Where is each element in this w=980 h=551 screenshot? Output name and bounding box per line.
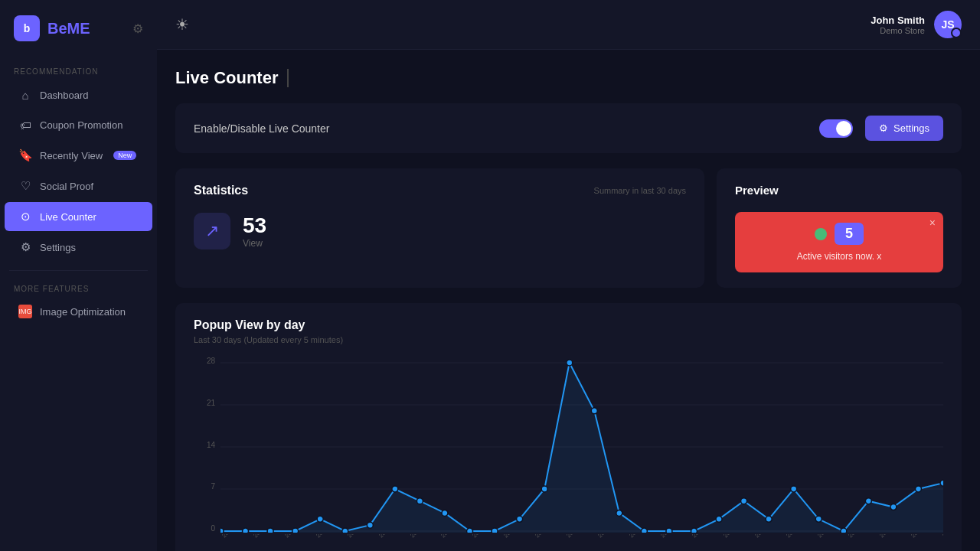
sidebar-item-recently-view-label: Recently View: [40, 150, 103, 161]
new-badge: New: [113, 151, 136, 160]
svg-point-13: [392, 486, 398, 492]
x-label: 2022-03-31: [847, 534, 874, 539]
sidebar-gear-icon[interactable]: ⚙: [132, 21, 143, 36]
x-label: 2022-03-27: [722, 534, 749, 539]
user-store: Demo Store: [871, 26, 925, 35]
x-label: 2022-03-11: [220, 534, 247, 539]
preview-counter-row: 5: [815, 223, 864, 245]
x-label: 2022-04-01: [878, 534, 905, 539]
preview-widget: × 5 Active visitors now. x: [735, 212, 943, 272]
x-label: 2022-03-13: [283, 534, 310, 539]
svg-point-12: [367, 522, 373, 528]
svg-point-6: [220, 528, 224, 533]
preview-text: Active visitors now. x: [797, 251, 882, 262]
svg-point-17: [492, 528, 498, 533]
dashboard-icon: ⌂: [18, 89, 32, 102]
svg-point-20: [567, 360, 573, 366]
sidebar-item-dashboard-label: Dashboard: [40, 90, 89, 101]
chart-title: Popup View by day: [194, 318, 943, 332]
svg-point-8: [267, 528, 273, 533]
recommendation-label: RECOMMENDATION: [0, 57, 157, 80]
preview-close-icon[interactable]: ×: [929, 217, 936, 229]
user-info: John Smith Demo Store: [871, 15, 925, 35]
enable-right: ⚙ Settings: [819, 116, 943, 141]
sidebar-item-coupon-label: Coupon Promotion: [40, 119, 122, 131]
svg-point-27: [741, 498, 747, 504]
preview-card: Preview × 5 Active visitors now. x: [717, 168, 962, 288]
coupon-icon: 🏷: [18, 119, 32, 132]
main-content: ☀ John Smith Demo Store JS Live Counter …: [157, 0, 980, 551]
svg-point-24: [666, 528, 672, 533]
preview-title: Preview: [735, 184, 779, 197]
toggle-knob: [836, 121, 851, 136]
y-label: 21: [194, 399, 215, 407]
svg-point-35: [940, 480, 943, 486]
counter-badge: 5: [835, 223, 864, 245]
logo-text: BeME: [47, 20, 90, 37]
x-label: 2022-03-30: [816, 534, 843, 539]
stats-title: Statistics: [194, 184, 248, 197]
x-label: 2022-03-20: [502, 534, 529, 539]
sidebar-item-live-counter-label: Live Counter: [40, 211, 96, 223]
chart-card: Popup View by day Last 30 days (Updated …: [175, 303, 962, 551]
recently-view-icon: 🔖: [18, 148, 32, 162]
svg-point-28: [766, 516, 772, 522]
topbar-right: John Smith Demo Store JS: [871, 11, 962, 38]
x-label: 2022-03-16: [377, 534, 404, 539]
sidebar-item-dashboard[interactable]: ⌂ Dashboard: [5, 81, 152, 109]
svg-point-18: [517, 516, 523, 522]
svg-point-33: [890, 504, 897, 510]
x-label: 2022-03-17: [409, 534, 436, 539]
x-label: 2022-03-28: [753, 534, 780, 539]
svg-point-23: [641, 528, 647, 533]
sidebar-item-image-optimization[interactable]: IMG Image Optimization: [5, 297, 152, 326]
sidebar-logo: b BeME ⚙: [0, 0, 157, 57]
avatar[interactable]: JS: [934, 11, 962, 38]
enable-disable-row: Enable/Disable Live Counter ⚙ Settings: [175, 103, 962, 153]
metric-label: View: [243, 238, 266, 249]
trend-icon-wrap: ↗: [194, 213, 230, 249]
settings-btn-label: Settings: [893, 122, 929, 134]
x-label: 2022-03-15: [346, 534, 373, 539]
page-title: Live Counter: [175, 68, 278, 88]
live-counter-icon: ⊙: [18, 210, 32, 223]
svg-point-14: [416, 498, 423, 504]
more-features-label: MORE FEATURES: [0, 279, 157, 296]
svg-point-7: [243, 528, 249, 533]
enable-label: Enable/Disable Live Counter: [194, 122, 329, 135]
chart-y-labels: 28211470: [194, 357, 215, 533]
x-label: 2022-03-24: [628, 534, 655, 539]
y-label: 28: [194, 357, 215, 365]
sidebar-item-coupon-promotion[interactable]: 🏷 Coupon Promotion: [5, 111, 152, 139]
x-label: 2022-03-22: [565, 534, 592, 539]
user-name: John Smith: [871, 15, 925, 26]
chart-svg: [220, 357, 943, 533]
sidebar-item-live-counter[interactable]: ⊙ Live Counter: [5, 202, 152, 231]
svg-point-10: [317, 516, 323, 522]
chart-area: 28211470 2022-03-112022-03-122022-03-132…: [194, 357, 943, 551]
metric-info: 53 View: [243, 214, 266, 249]
metric-value: 53: [243, 214, 266, 238]
logo-icon: b: [14, 15, 40, 41]
x-label: 2022-03-29: [785, 534, 812, 539]
sun-icon[interactable]: ☀: [175, 16, 189, 33]
sidebar-item-settings[interactable]: ⚙ Settings: [5, 233, 152, 262]
sidebar-item-recently-view[interactable]: 🔖 Recently View New: [5, 141, 152, 170]
x-label: 2022-04-02: [910, 534, 936, 539]
svg-point-22: [616, 510, 622, 516]
svg-point-32: [865, 498, 871, 504]
chart-subtitle: Last 30 days (Updated every 5 minutes): [194, 335, 943, 344]
enable-toggle[interactable]: [819, 119, 853, 138]
page-title-row: Live Counter: [175, 68, 962, 88]
svg-point-31: [841, 528, 847, 533]
page-content: Live Counter Enable/Disable Live Counter…: [157, 50, 980, 551]
settings-button[interactable]: ⚙ Settings: [865, 116, 943, 141]
svg-point-25: [691, 528, 697, 533]
y-label: 14: [194, 441, 215, 449]
green-dot-icon: [815, 228, 827, 240]
sidebar-item-social-proof-label: Social Proof: [40, 181, 93, 192]
sidebar-item-social-proof[interactable]: ♡ Social Proof: [5, 171, 152, 201]
y-label: 7: [194, 482, 215, 491]
topbar: ☀ John Smith Demo Store JS: [157, 0, 980, 50]
social-proof-icon: ♡: [18, 179, 32, 193]
